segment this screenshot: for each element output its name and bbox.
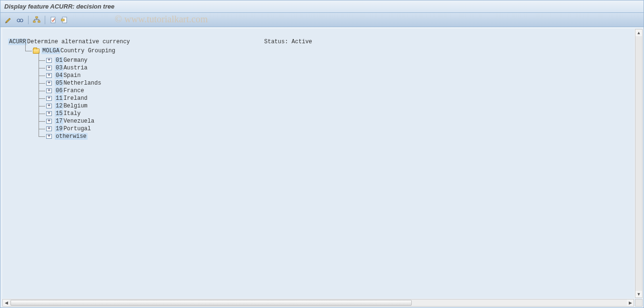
tree-connector-icon <box>35 95 46 102</box>
item-label: Spain <box>63 72 80 79</box>
watermark: © www.tutorialkart.com <box>115 14 208 25</box>
tree-level-2: 01 Germany03 Austria04 Spain05 Netherlan… <box>35 57 634 140</box>
item-label: Germany <box>63 57 87 64</box>
scroll-down-icon[interactable]: ▼ <box>635 291 642 298</box>
item-code: 15 <box>55 110 63 117</box>
tree-item-row[interactable]: 19 Portugal <box>35 125 634 133</box>
item-label: Italy <box>63 110 80 117</box>
item-code: 05 <box>55 80 63 87</box>
tree-connector-icon <box>35 125 46 133</box>
tree-item-row[interactable]: 04 Spain <box>35 72 634 79</box>
app-window: Display feature ACURR: decision tree <box>0 0 644 308</box>
item-code: 17 <box>55 118 63 125</box>
toggle-edit-button[interactable] <box>3 15 14 25</box>
tree-item-row[interactable]: 17 Venezuela <box>35 117 634 125</box>
item-label: Austria <box>63 65 87 71</box>
item-code: otherwise <box>55 133 88 140</box>
item-code: 06 <box>55 87 63 94</box>
root-desc: Determine alternative currency <box>27 38 130 45</box>
hierarchy-icon <box>33 16 40 24</box>
tree-item-row[interactable]: 03 Austria <box>35 64 634 72</box>
item-label: Ireland <box>63 95 87 102</box>
item-label: Netherlands <box>63 80 101 87</box>
svg-rect-4 <box>33 21 35 22</box>
tree-connector-icon <box>35 110 46 117</box>
content-wrap: ACURR Determine alternative currency Sta… <box>0 27 644 308</box>
svg-rect-8 <box>61 19 64 21</box>
tree-connector-icon <box>35 87 46 95</box>
tree-connector-icon <box>35 79 46 87</box>
scroll-up-icon[interactable]: ▲ <box>635 29 642 36</box>
svg-rect-5 <box>38 21 40 22</box>
tree-item-row[interactable]: otherwise <box>35 133 634 140</box>
document-button-2[interactable] <box>59 15 70 25</box>
tree-group-row[interactable]: MOLGA Country Grouping <box>21 47 634 55</box>
toolbar-separator <box>28 16 29 24</box>
expand-icon[interactable] <box>46 58 52 63</box>
tree-view: ACURR Determine alternative currency Sta… <box>2 29 634 298</box>
document-check-icon <box>50 16 57 24</box>
tree-item-row[interactable]: 12 Belgium <box>35 102 634 110</box>
scroll-track[interactable] <box>10 299 627 306</box>
tree-item-row[interactable]: 11 Ireland <box>35 95 634 102</box>
status-value: Active <box>292 38 312 45</box>
group-desc: Country Grouping <box>60 48 115 54</box>
tree-item-row[interactable]: 05 Netherlands <box>35 79 634 87</box>
root-code: ACURR <box>8 38 27 45</box>
tree-connector-icon <box>35 72 46 79</box>
item-label: France <box>63 87 84 94</box>
scroll-left-icon[interactable]: ◀ <box>3 299 10 306</box>
toolbar: © www.tutorialkart.com <box>0 13 644 27</box>
svg-rect-3 <box>36 17 38 18</box>
expand-icon[interactable] <box>46 111 52 116</box>
vertical-scrollbar[interactable]: ▲ ▼ <box>635 29 643 298</box>
svg-rect-6 <box>51 17 55 23</box>
document-tag-icon <box>61 16 69 24</box>
item-code: 01 <box>55 57 63 64</box>
document-button-1[interactable] <box>48 15 59 25</box>
item-code: 12 <box>55 103 63 109</box>
tree-connector-icon <box>35 57 46 64</box>
tree-connector-icon <box>35 102 46 110</box>
expand-icon[interactable] <box>46 66 52 70</box>
item-label: Venezuela <box>63 118 94 125</box>
item-code: 04 <box>55 72 63 79</box>
svg-point-0 <box>17 19 20 22</box>
tree-connector-icon <box>35 133 46 140</box>
scroll-corner <box>635 299 643 307</box>
expand-icon[interactable] <box>46 119 52 124</box>
item-label: Belgium <box>63 103 87 109</box>
tree-item-row[interactable]: 01 Germany <box>35 57 634 64</box>
svg-point-1 <box>20 19 23 22</box>
tree-root-row[interactable]: ACURR Determine alternative currency Sta… <box>8 38 634 45</box>
group-code: MOLGA <box>41 48 60 54</box>
status: Status: Active <box>264 38 312 45</box>
expand-icon[interactable] <box>46 104 52 108</box>
tree-item-row[interactable]: 06 France <box>35 87 634 95</box>
expand-icon[interactable] <box>46 73 52 78</box>
expand-icon[interactable] <box>46 134 52 139</box>
glasses-icon <box>16 16 24 24</box>
expand-icon[interactable] <box>46 88 52 93</box>
tree-connector-icon <box>21 47 33 55</box>
horizontal-scrollbar[interactable]: ◀ ▶ <box>2 299 634 307</box>
status-label: Status: <box>264 38 292 45</box>
scroll-right-icon[interactable]: ▶ <box>627 299 634 306</box>
item-label: Portugal <box>63 125 91 132</box>
expand-icon[interactable] <box>46 126 52 131</box>
structure-button[interactable] <box>31 15 42 25</box>
display-button[interactable] <box>15 15 25 25</box>
toolbar-separator <box>45 16 45 24</box>
tree-level-1: MOLGA Country Grouping 01 Germany03 Aust… <box>21 47 634 140</box>
titlebar: Display feature ACURR: decision tree <box>0 0 644 13</box>
pencil-toggle-icon <box>5 16 12 24</box>
item-code: 03 <box>55 65 63 71</box>
expand-icon[interactable] <box>46 81 52 86</box>
tree-connector-icon <box>35 117 46 125</box>
item-code: 11 <box>55 95 63 102</box>
tree-item-row[interactable]: 15 Italy <box>35 110 634 117</box>
tree-connector-icon <box>35 64 46 72</box>
scroll-thumb[interactable] <box>10 300 412 306</box>
expand-icon[interactable] <box>46 96 52 101</box>
item-code: 19 <box>55 125 63 132</box>
